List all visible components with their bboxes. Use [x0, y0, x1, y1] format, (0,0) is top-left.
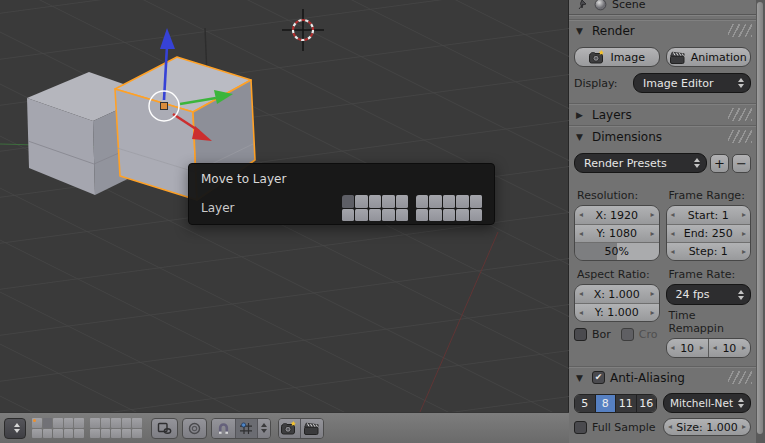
layer-cell[interactable] [64, 429, 74, 438]
frame-rate-dropdown[interactable]: 24 fps [666, 284, 752, 305]
layer-cell[interactable] [74, 418, 84, 427]
gizmo-z-arrow-head[interactable] [160, 28, 175, 49]
aa-sample-button-8[interactable]: 8 [596, 395, 617, 412]
display-label: Display: [574, 77, 617, 90]
layer-cell[interactable] [53, 418, 63, 427]
scene-lock-button[interactable] [151, 418, 178, 439]
scrollbar-thumb[interactable] [757, 2, 763, 434]
proportional-edit-button[interactable] [182, 418, 207, 439]
layer-cell[interactable] [90, 429, 100, 438]
popup-title: Move to Layer [201, 172, 482, 186]
layer-cell[interactable] [64, 418, 74, 427]
frame-end-field[interactable]: End: 250 [667, 224, 751, 242]
layer-cell[interactable] [111, 418, 121, 427]
display-dropdown[interactable]: Image Editor [633, 73, 751, 93]
frame-start-field[interactable]: Start: 1 [667, 206, 751, 224]
layer-cell[interactable] [470, 209, 482, 222]
layer-cell[interactable] [90, 418, 100, 427]
layer-cell[interactable] [429, 195, 441, 208]
dimensions-panel-header[interactable]: ▼ Dimensions [569, 125, 756, 147]
layer-cell[interactable] [369, 209, 381, 222]
layer-cell[interactable] [443, 209, 455, 222]
resolution-y-field[interactable]: Y: 1080 [575, 224, 659, 242]
3d-cursor [282, 9, 324, 51]
resolution-percentage-slider[interactable]: 50% [575, 242, 659, 260]
layer-cell[interactable] [101, 418, 111, 427]
add-preset-button[interactable]: + [710, 154, 729, 173]
layer-cell[interactable] [396, 209, 408, 222]
layer-cell[interactable] [470, 195, 482, 208]
layer-cell[interactable] [122, 418, 132, 427]
layer-cell[interactable] [101, 429, 111, 438]
layer-cell[interactable] [342, 209, 354, 222]
layer-cell[interactable] [456, 195, 468, 208]
scene-breadcrumb-label[interactable]: Scene [612, 0, 646, 11]
3d-viewport[interactable]: Move to Layer Layer [0, 0, 569, 443]
layer-cell[interactable] [43, 418, 53, 427]
layer-grid [342, 195, 408, 221]
render-animation-button[interactable]: Animation [666, 47, 752, 67]
pivot-dropdown[interactable] [4, 418, 26, 439]
render-animation-button[interactable] [301, 419, 323, 438]
resolution-x-field[interactable]: X: 1920 [575, 206, 659, 224]
time-remap-old-field[interactable]: 10 [667, 339, 708, 357]
panel-grip-icon[interactable] [728, 24, 752, 37]
layer-cell[interactable] [32, 418, 42, 427]
layer-cell[interactable] [43, 429, 53, 438]
separator [569, 14, 756, 15]
layer-cell[interactable] [32, 429, 42, 438]
frame-step-field[interactable]: Step: 1 [667, 242, 751, 260]
crop-checkbox[interactable]: Cro [621, 328, 658, 341]
aa-sample-button-16[interactable]: 16 [637, 395, 657, 412]
anti-aliasing-panel-header[interactable]: ▼ ✔ Anti-Aliasing [569, 366, 756, 388]
panel-grip-icon[interactable] [728, 371, 752, 384]
remove-preset-button[interactable]: − [732, 154, 751, 173]
anti-aliasing-checkbox[interactable]: ✔ [592, 371, 605, 384]
panel-grip-icon[interactable] [728, 130, 752, 143]
layer-cell[interactable] [355, 195, 367, 208]
border-checkbox[interactable]: Bor [574, 328, 611, 341]
layer-cell[interactable] [382, 195, 394, 208]
layer-cell[interactable] [53, 429, 63, 438]
layer-cell[interactable] [396, 195, 408, 208]
layer-cell[interactable] [416, 195, 428, 208]
layer-cell[interactable] [132, 429, 142, 438]
layer-cell[interactable] [429, 209, 441, 222]
render-presets-dropdown[interactable]: Render Presets [574, 153, 707, 173]
render-image-button[interactable]: Image [574, 47, 660, 67]
render-image-button[interactable] [279, 419, 301, 438]
aspect-x-field[interactable]: X: 1.000 [575, 285, 659, 303]
frame-rate-label: Frame Rate: [666, 266, 752, 284]
layer-cell[interactable] [122, 429, 132, 438]
layer-cell[interactable] [456, 209, 468, 222]
minus-icon: − [736, 156, 747, 171]
panel-scrollbar[interactable] [756, 0, 765, 443]
aa-samples-group: 581116 [574, 394, 657, 413]
expand-triangle-icon: ▼ [576, 373, 586, 383]
snap-element-button[interactable] [236, 419, 258, 438]
time-remap-new-field[interactable]: 10 [708, 339, 750, 357]
aa-size-field[interactable]: Size: 1.000 [663, 418, 751, 436]
layer-cell[interactable] [443, 195, 455, 208]
layer-cell[interactable] [369, 195, 381, 208]
snap-toggle-button[interactable] [212, 419, 236, 438]
snap-element-dropdown[interactable] [258, 419, 270, 438]
layer-cell[interactable] [355, 209, 367, 222]
panel-grip-icon[interactable] [728, 108, 752, 121]
layer-cell[interactable] [111, 429, 121, 438]
clapperboard-icon [670, 51, 685, 64]
full-sample-checkbox[interactable]: Full Sample [574, 421, 657, 434]
layer-cell[interactable] [382, 209, 394, 222]
aa-sample-button-11[interactable]: 11 [616, 395, 637, 412]
aa-filter-dropdown[interactable]: Mitchell-Net [663, 393, 751, 413]
full-sample-label: Full Sample [592, 421, 656, 434]
pin-icon[interactable] [577, 0, 589, 11]
layer-cell[interactable] [416, 209, 428, 222]
layer-cell[interactable] [342, 195, 354, 208]
layer-cell[interactable] [74, 429, 84, 438]
aa-sample-button-5[interactable]: 5 [575, 395, 596, 412]
render-panel-header[interactable]: ▼ Render [569, 19, 756, 41]
layer-cell[interactable] [132, 418, 142, 427]
aspect-y-field[interactable]: Y: 1.000 [575, 303, 659, 321]
layers-panel-header[interactable]: ▶ Layers [569, 103, 756, 125]
